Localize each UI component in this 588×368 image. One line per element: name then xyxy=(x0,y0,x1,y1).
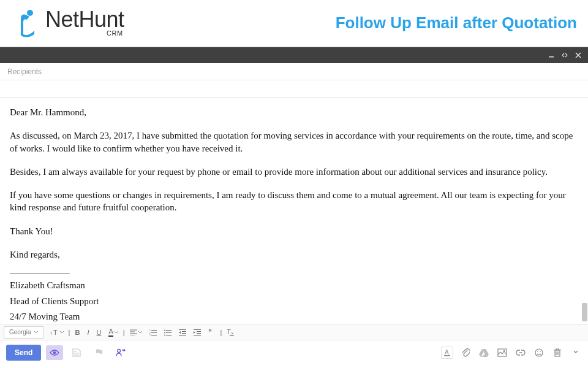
tracking-eye-icon[interactable] xyxy=(46,345,63,360)
font-family-label: Georgia xyxy=(9,329,31,335)
email-thanks: Thank You! xyxy=(10,225,578,237)
compose-body[interactable]: Dear Mr. Hammond, As discussed, on March… xyxy=(0,98,588,324)
svg-text:3: 3 xyxy=(149,334,151,335)
emoji-icon[interactable] xyxy=(533,347,545,359)
more-options-icon[interactable] xyxy=(570,347,582,359)
compose-titlebar xyxy=(0,47,588,63)
svg-rect-26 xyxy=(230,335,234,335)
svg-point-34 xyxy=(537,351,538,352)
compose-window: Recipients Dear Mr. Hammond, As discusse… xyxy=(0,47,588,365)
svg-rect-11 xyxy=(166,330,172,331)
align-button[interactable] xyxy=(126,326,146,339)
font-size-button[interactable]: тT xyxy=(47,326,67,339)
svg-point-0 xyxy=(27,10,33,16)
svg-text:т: т xyxy=(50,331,53,335)
svg-rect-13 xyxy=(166,332,172,333)
indent-less-button[interactable] xyxy=(175,326,190,339)
trash-icon[interactable] xyxy=(551,347,564,359)
svg-rect-5 xyxy=(151,330,157,331)
svg-text:”: ” xyxy=(208,329,212,335)
email-sig-name: Elizabeth Craftsman xyxy=(10,279,578,291)
brand-text: NetHunt CRM xyxy=(45,9,124,37)
clear-format-button[interactable]: T xyxy=(223,326,238,339)
bullet-list-button[interactable] xyxy=(160,326,175,339)
svg-rect-20 xyxy=(194,329,201,330)
email-separator: _____________ xyxy=(10,264,578,276)
send-toolbar: Send A xyxy=(0,340,588,365)
svg-point-14 xyxy=(164,334,165,335)
insert-link-icon[interactable] xyxy=(514,347,527,359)
numbered-list-button[interactable]: 123 xyxy=(146,326,160,339)
quote-button[interactable]: ” xyxy=(205,326,219,339)
insert-image-icon[interactable] xyxy=(496,347,508,359)
indent-more-button[interactable] xyxy=(190,326,205,339)
svg-rect-22 xyxy=(197,331,201,332)
page-title: Follow Up Email after Quotation xyxy=(336,13,577,33)
svg-rect-16 xyxy=(179,329,186,330)
format-toolbar: Georgia тT | B I U A | 123 xyxy=(0,324,588,340)
text-color-button[interactable]: A xyxy=(105,326,121,339)
nethunt-logo-icon xyxy=(9,7,39,38)
templates-icon[interactable] xyxy=(68,345,85,360)
minimize-icon[interactable] xyxy=(548,52,555,59)
formatting-panel-icon[interactable]: A xyxy=(441,347,453,359)
svg-rect-7 xyxy=(151,332,157,333)
brand-name: NetHunt xyxy=(45,7,124,32)
svg-rect-30 xyxy=(444,355,450,356)
svg-rect-1 xyxy=(549,56,554,58)
email-sig-company: 24/7 Moving Team xyxy=(10,310,578,323)
svg-point-10 xyxy=(164,329,165,331)
recipients-field[interactable]: Recipients xyxy=(0,63,588,80)
email-greeting: Dear Mr. Hammond, xyxy=(10,106,578,118)
body-scrollbar[interactable] xyxy=(581,98,588,324)
scroll-thumb[interactable] xyxy=(582,303,587,321)
email-paragraph-3: If you have some questions or changes in… xyxy=(10,189,578,214)
svg-text:A: A xyxy=(445,349,449,356)
recipients-placeholder: Recipients xyxy=(7,67,42,76)
followup-person-icon[interactable] xyxy=(112,345,129,360)
svg-text:T: T xyxy=(227,329,231,335)
send-right-group: A xyxy=(441,347,582,359)
svg-point-35 xyxy=(540,351,541,352)
email-paragraph-2: Besides, I am always available for your … xyxy=(10,166,578,178)
svg-point-33 xyxy=(535,349,543,356)
attach-icon[interactable] xyxy=(459,347,472,359)
bold-button[interactable]: B xyxy=(71,326,83,339)
svg-rect-9 xyxy=(151,335,157,335)
italic-button[interactable]: I xyxy=(83,326,92,339)
page-header: NetHunt CRM Follow Up Email after Quotat… xyxy=(0,0,588,47)
send-left-group: Send xyxy=(6,345,129,361)
svg-rect-15 xyxy=(166,335,172,335)
subject-field[interactable] xyxy=(0,80,588,98)
svg-point-27 xyxy=(53,351,56,354)
divider: | xyxy=(122,326,126,339)
svg-rect-19 xyxy=(182,333,186,334)
divider: | xyxy=(67,326,72,339)
svg-rect-23 xyxy=(197,333,201,334)
svg-rect-18 xyxy=(182,331,186,332)
svg-point-12 xyxy=(164,332,165,333)
svg-point-32 xyxy=(503,350,505,351)
email-signoff: Kind regards, xyxy=(10,248,578,261)
email-paragraph-1: As discussed, on March 23, 2017, I have … xyxy=(10,129,578,155)
send-button[interactable]: Send xyxy=(6,345,41,361)
svg-rect-17 xyxy=(179,335,186,335)
underline-button[interactable]: U xyxy=(92,326,105,339)
expand-icon[interactable] xyxy=(561,52,568,59)
flag-icon[interactable] xyxy=(90,345,107,360)
svg-text:T: T xyxy=(53,329,58,336)
svg-point-28 xyxy=(118,350,121,353)
font-family-select[interactable]: Georgia xyxy=(4,326,44,339)
svg-rect-21 xyxy=(194,335,201,335)
divider: | xyxy=(219,326,224,339)
brand-logo: NetHunt CRM xyxy=(9,7,124,38)
close-icon[interactable] xyxy=(575,52,582,59)
svg-rect-38 xyxy=(556,348,559,350)
email-sig-role: Head of Clients Support xyxy=(10,295,578,307)
drive-icon[interactable] xyxy=(478,347,490,359)
